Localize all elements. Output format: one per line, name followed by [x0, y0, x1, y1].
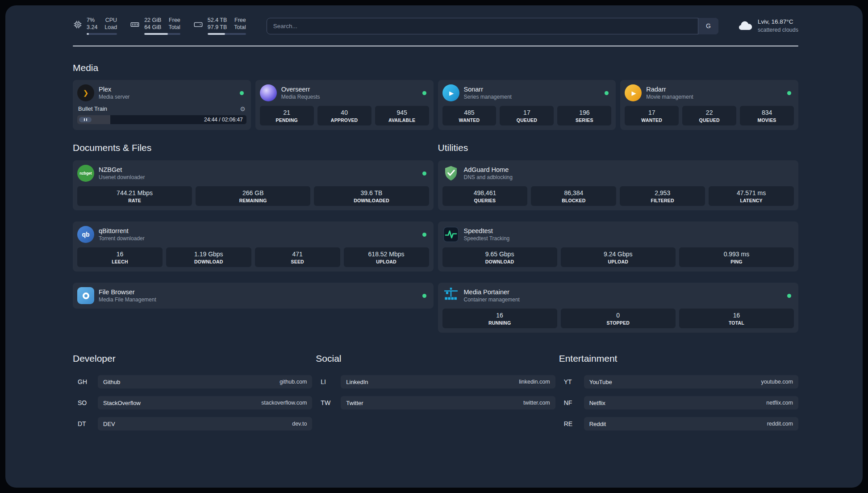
bookmark-name: Reddit [589, 421, 606, 427]
service-subtitle: Container management [464, 297, 520, 303]
service-name: NZBGet [99, 166, 145, 173]
stat-label: UPLOAD [346, 259, 427, 264]
service-card-qbittorrent[interactable]: qb qBittorrent Torrent downloader 16 LEE… [73, 221, 434, 272]
plex-progress-bar[interactable]: 24:44 / 02:06:47 [77, 115, 246, 124]
bookmark-url: youtube.com [761, 379, 793, 385]
bookmark-link-reddit[interactable]: Reddit reddit.com [584, 417, 798, 430]
service-card-radarr[interactable]: ▶ Radarr Movie management 17 WANTED 22 Q… [620, 80, 798, 130]
stat-tile-leech: 16 LEECH [77, 247, 163, 267]
bookmark-url: reddit.com [767, 421, 793, 427]
stat-tile-queued: 17 QUEUED [500, 106, 554, 125]
service-card-speedtest[interactable]: Speedtest Speedtest Tracking 9.65 Gbps D… [438, 221, 799, 272]
service-card-sonarr[interactable]: ▶ Sonarr Series management 485 WANTED 17… [438, 80, 616, 130]
bookmark-abbr: NF [559, 399, 584, 406]
stat-tile-latency: 47.571 ms LATENCY [709, 186, 794, 206]
memory-free-label: Free [168, 17, 180, 24]
disk-drive-icon [193, 20, 204, 29]
stat-tile-download: 9.65 Gbps DOWNLOAD [442, 247, 557, 267]
resource-widgets: 7% CPU 3.24 Load 22 GiB Free 6 [73, 17, 246, 35]
service-card-nzbget[interactable]: nzbget NZBGet Usenet downloader 744.21 M… [73, 160, 434, 210]
weather-condition: scattered clouds [758, 26, 798, 34]
section-documents: Documents & Files nzbget NZBGet Usenet d… [73, 142, 434, 333]
stat-label: DOWNLOADED [316, 198, 427, 203]
service-card-plex[interactable]: ❯ Plex Media server Bullet Train ⚙ 24:44… [73, 80, 251, 130]
service-name: Plex [99, 86, 129, 93]
service-subtitle: Media Requests [281, 94, 320, 100]
memory-progress-bar [144, 33, 180, 35]
stat-tile-upload: 9.24 Gbps UPLOAD [561, 247, 676, 267]
bookmark-name: StackOverflow [103, 400, 141, 406]
stat-value: 9.24 Gbps [563, 251, 674, 258]
stat-label: RATE [79, 198, 190, 203]
bookmark-url: github.com [280, 379, 307, 385]
stat-label: QUERIES [444, 198, 526, 203]
stat-label: REMAINING [197, 198, 309, 203]
stat-label: QUEUED [684, 117, 734, 123]
memory-free-value: 22 GiB [144, 17, 161, 24]
stat-label: SERIES [559, 117, 609, 123]
bookmark-name: LinkedIn [346, 379, 368, 385]
stat-value: 17 [626, 109, 677, 116]
stat-value: 16 [681, 312, 792, 319]
bookmark-group-title: Social [316, 353, 555, 364]
playback-time: 24:44 / 02:06:47 [204, 117, 243, 123]
bookmark-abbr: SO [73, 399, 98, 406]
service-name: Overseerr [281, 86, 320, 93]
status-dot [787, 91, 791, 95]
top-bar: 7% CPU 3.24 Load 22 GiB Free 6 [73, 17, 798, 35]
bookmark-url: dev.to [292, 421, 307, 427]
service-card-overseerr[interactable]: Overseerr Media Requests 21 PENDING 40 A… [255, 80, 434, 130]
bookmark-link-github[interactable]: Github github.com [98, 375, 312, 389]
disk-total-label: Total [234, 24, 246, 31]
bookmark-link-dev[interactable]: DEV dev.to [98, 417, 312, 430]
disk-free-value: 52.4 TB [208, 17, 227, 24]
bookmark-link-twitter[interactable]: Twitter twitter.com [341, 396, 555, 409]
stat-tile-stopped: 0 STOPPED [561, 309, 676, 328]
stat-value: 21 [262, 109, 312, 116]
bookmark-abbr: LI [316, 378, 341, 385]
service-card-filebrowser[interactable]: File Browser Media File Management [73, 283, 434, 309]
bookmark-name: YouTube [589, 379, 612, 385]
bookmark-abbr: YT [559, 378, 584, 385]
bookmark-name: Github [103, 379, 120, 385]
stat-tile-queries: 498,461 QUERIES [442, 186, 528, 206]
qbittorrent-icon: qb [77, 226, 94, 243]
stat-tile-blocked: 86,384 BLOCKED [531, 186, 616, 206]
bookmark-abbr: TW [316, 399, 341, 406]
stat-tile-wanted: 485 WANTED [442, 106, 497, 125]
bookmark-row-dev: DT DEV dev.to [73, 417, 312, 430]
stat-label: QUEUED [501, 117, 552, 123]
bookmark-name: Netflix [589, 400, 605, 406]
bookmark-row-stackoverflow: SO StackOverflow stackoverflow.com [73, 396, 312, 409]
service-card-portainer[interactable]: Media Portainer Container management 16 … [438, 283, 799, 333]
service-card-adguard[interactable]: AdGuard Home DNS and adblocking 498,461 … [438, 160, 799, 210]
bookmark-link-youtube[interactable]: YouTube youtube.com [584, 375, 798, 389]
stat-value: 0.993 ms [681, 251, 792, 258]
bookmark-url: netflix.com [766, 400, 793, 406]
cpu-progress-bar [87, 33, 117, 35]
service-name: AdGuard Home [464, 166, 513, 173]
stat-value: 9.65 Gbps [444, 251, 555, 258]
stat-value: 39.6 TB [316, 189, 427, 196]
section-title-media: Media [73, 63, 798, 73]
service-subtitle: Movie management [646, 94, 693, 100]
bookmark-link-linkedin[interactable]: LinkedIn linkedin.com [341, 375, 555, 389]
stat-label: UPLOAD [563, 259, 674, 264]
settings-gear-icon[interactable]: ⚙ [240, 106, 246, 112]
cpu-chip-icon [73, 20, 83, 29]
stat-value: 22 [684, 109, 734, 116]
stat-value: 945 [377, 109, 427, 116]
bookmark-link-stackoverflow[interactable]: StackOverflow stackoverflow.com [98, 396, 312, 409]
search-input[interactable] [267, 18, 718, 34]
stat-label: DOWNLOAD [168, 259, 250, 264]
stat-tile-total: 16 TOTAL [679, 309, 794, 328]
service-subtitle: Usenet downloader [99, 174, 145, 180]
pause-icon[interactable] [79, 117, 92, 122]
stat-value: 17 [501, 109, 552, 116]
search-provider-button[interactable]: G [698, 18, 718, 34]
bookmark-group-social: Social LI LinkedIn linkedin.com TW Twitt… [316, 353, 555, 430]
bookmark-link-netflix[interactable]: Netflix netflix.com [584, 396, 798, 409]
search-bar: G [267, 18, 718, 34]
bookmark-row-twitter: TW Twitter twitter.com [316, 396, 555, 409]
plex-icon: ❯ [77, 84, 94, 101]
